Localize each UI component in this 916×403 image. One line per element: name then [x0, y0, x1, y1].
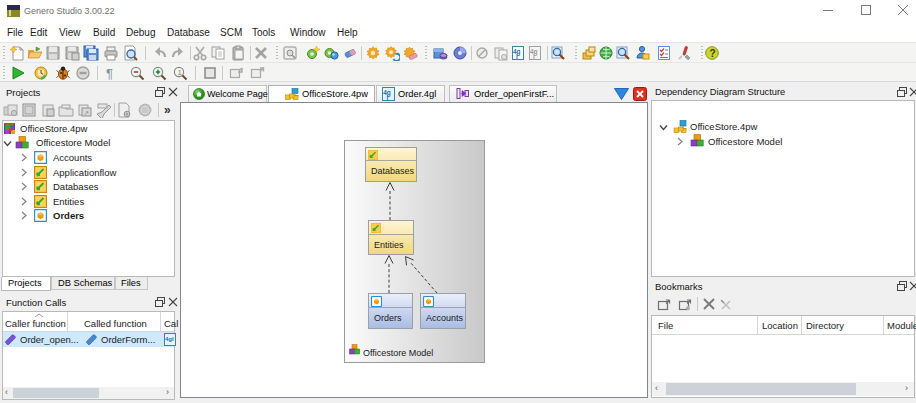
- svg-text:1: 1: [177, 68, 182, 77]
- svg-text:↗: ↗: [84, 110, 89, 116]
- svg-text:¶: ¶: [106, 66, 113, 81]
- svg-text:l: l: [387, 94, 389, 101]
- svg-text:l: l: [533, 53, 535, 60]
- svg-text:?: ?: [709, 48, 715, 59]
- svg-text:l: l: [516, 53, 518, 60]
- svg-text:4gl: 4gl: [165, 336, 174, 342]
